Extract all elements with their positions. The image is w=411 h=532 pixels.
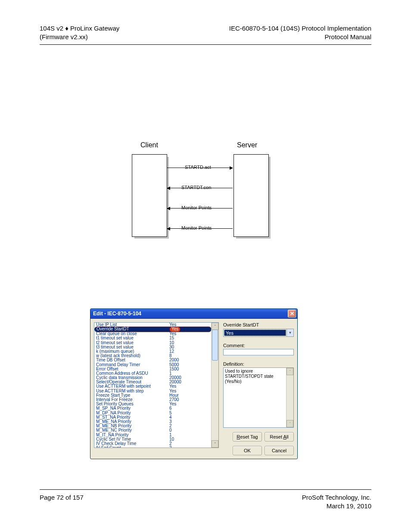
dialog-titlebar[interactable]: Edit - IEC-870-5-104 ✕: [90, 309, 297, 319]
server-block: [234, 154, 269, 237]
arrow1: [167, 168, 233, 168]
list-item[interactable]: Cyclic data transmission20000: [94, 376, 212, 380]
scroll-down-icon[interactable]: ˅: [212, 440, 218, 448]
dialog-body: Use IP ListYesOverride StartDTYesClear q…: [90, 319, 297, 459]
list-item[interactable]: IV Fail Count2: [94, 446, 212, 448]
button-row-2: OK Cancel: [223, 446, 294, 455]
ok-button[interactable]: OK: [233, 446, 262, 455]
scrollbar[interactable]: ˄ ˅: [211, 323, 218, 448]
list-item[interactable]: Command Delay Timer5000: [94, 363, 212, 367]
footer-right-line2: March 19, 2010: [327, 502, 371, 510]
param-name: Cyclic data transmission: [96, 376, 169, 380]
param-name: Set Priority Queues: [96, 402, 169, 406]
def-scroll-down-icon[interactable]: ˅: [286, 420, 293, 427]
close-icon[interactable]: ✕: [288, 310, 296, 317]
comment-input[interactable]: [223, 349, 294, 355]
list-item[interactable]: Error Offset1500: [94, 367, 212, 371]
page-footer: Page 72 of 157 ProSoft Technology, Inc. …: [40, 487, 371, 511]
header-left: 104S v2 ♦ ProLinx Gateway (Firmware v2.x…: [40, 24, 119, 42]
list-item[interactable]: Freeze Start TypeHour: [94, 393, 212, 398]
parameter-list[interactable]: Use IP ListYesOverride StartDTYesClear q…: [94, 322, 219, 448]
list-item[interactable]: t1 timeout set value15: [94, 336, 212, 340]
list-item[interactable]: M_ST_NA Priority4: [94, 415, 212, 420]
list-item[interactable]: Use ACTTERM with setpointYes: [94, 384, 212, 389]
scroll-up-icon[interactable]: ˄: [212, 323, 218, 330]
param-name: IV Check Delay Time: [96, 442, 169, 446]
param-name: Use ACTTERM with step: [96, 389, 169, 393]
header-left-line2: (Firmware v2.xx): [40, 33, 88, 40]
param-name: M_ME_NC Priority: [96, 428, 169, 432]
list-item[interactable]: M_IT_NA Priority1: [94, 433, 212, 437]
param-name: Freeze Start Type: [96, 393, 169, 398]
button-row-1: Reset Tag Reset All: [223, 432, 294, 442]
list-item[interactable]: Use ACTTERM with stepYes: [94, 389, 212, 393]
selected-param-label: Override StartDT: [223, 322, 294, 327]
param-name: M_ST_NA Priority: [96, 415, 169, 420]
param-name: Error Offset: [96, 367, 169, 371]
list-item[interactable]: Cyclic Set IV Time10: [94, 437, 212, 442]
reset-all-button[interactable]: Reset All: [265, 432, 294, 442]
sequence-diagram: Client Server —STARTD.act— —STARTDT.con—…: [129, 141, 276, 243]
definition-scrollbar[interactable]: ˄ ˅: [286, 368, 293, 427]
list-item[interactable]: M_SP_NA Priority6: [94, 406, 212, 411]
list-item[interactable]: M_ME_NB Priority2: [94, 424, 212, 428]
param-name: M_DP_NA Priority: [96, 411, 169, 415]
footer-right-line1: ProSoft Technology, Inc.: [302, 494, 371, 501]
dropdown-selected: Yes: [224, 330, 286, 336]
value-dropdown[interactable]: Yes ▼: [223, 329, 294, 337]
footer-right: ProSoft Technology, Inc. March 19, 2010: [302, 493, 371, 511]
definition-label: Definition:: [223, 361, 294, 367]
arrow1-label: —STARTD.act—: [180, 165, 216, 170]
list-item[interactable]: M_ME_NA Priority3: [94, 420, 212, 424]
header-rule: [40, 44, 371, 45]
server-label: Server: [237, 141, 257, 149]
dialog-title: Edit - IEC-870-5-104: [93, 311, 141, 317]
def-scroll-up-icon[interactable]: ˄: [286, 368, 293, 375]
list-item[interactable]: Common Address of ASDU1: [94, 371, 212, 376]
param-name: Use IP List: [96, 323, 169, 327]
list-item[interactable]: Time DB Offset2000: [94, 358, 212, 362]
param-name: Select/Operate Timeout: [96, 380, 169, 384]
param-name: Override StartDT: [97, 327, 170, 332]
param-name: M_SP_NA Priority: [96, 406, 169, 411]
arrow2: [167, 188, 233, 188]
scroll-thumb[interactable]: [212, 330, 218, 361]
edit-dialog: Edit - IEC-870-5-104 ✕ Use IP ListYesOve…: [90, 308, 298, 459]
page-header: 104S v2 ♦ ProLinx Gateway (Firmware v2.x…: [40, 24, 371, 42]
param-name: M_IT_NA Priority: [96, 433, 169, 437]
list-item[interactable]: t3 timeout set value30: [94, 345, 212, 349]
list-item[interactable]: w (latest ack threshold)8: [94, 354, 212, 358]
param-name: Common Address of ASDU: [96, 371, 169, 376]
client-block: [132, 154, 167, 237]
list-item[interactable]: t2 timeout set value10: [94, 341, 212, 345]
list-item[interactable]: M_ME_NC Priority0: [94, 428, 212, 432]
comment-label: Comment:: [223, 343, 294, 348]
header-left-line1: 104S v2 ♦ ProLinx Gateway: [40, 25, 119, 32]
param-name: k (maximum queue): [96, 349, 169, 354]
client-label: Client: [140, 141, 158, 149]
param-value: 2: [169, 446, 172, 448]
param-name: M_ME_NA Priority: [96, 420, 169, 424]
footer-rule: [40, 489, 371, 490]
param-name: w (latest ack threshold): [96, 354, 169, 358]
param-name: Time DB Offset: [96, 358, 169, 362]
list-item[interactable]: Select/Operate Timeout20000: [94, 380, 212, 384]
header-right-line2: Protocol Manual: [325, 33, 371, 40]
param-name: Command Delay Timer: [96, 363, 169, 367]
list-item[interactable]: IV Check Delay Time2: [94, 442, 212, 446]
param-name: Cyclic Set IV Time: [96, 437, 169, 442]
list-item[interactable]: Set Priority QueuesYes: [94, 402, 212, 406]
reset-tag-button[interactable]: Reset Tag: [233, 432, 262, 442]
list-item[interactable]: Clear queue on closeYes: [94, 332, 212, 336]
arrow4: [167, 228, 233, 229]
list-item[interactable]: k (maximum queue)12: [94, 349, 212, 354]
definition-box: Used to ignore STARTDT/STOPDT state (Yes…: [223, 367, 294, 428]
param-name: IV Fail Count: [96, 446, 169, 448]
chevron-down-icon[interactable]: ▼: [286, 329, 293, 336]
list-item[interactable]: Interval For Freeze2700: [94, 398, 212, 402]
arrow2-label: —STARTDT.con—: [177, 185, 216, 190]
definition-text: Used to ignore STARTDT/STOPDT state (Yes…: [225, 369, 274, 384]
list-item[interactable]: M_DP_NA Priority5: [94, 411, 212, 415]
param-name: Clear queue on close: [96, 332, 169, 336]
cancel-button[interactable]: Cancel: [265, 446, 294, 455]
